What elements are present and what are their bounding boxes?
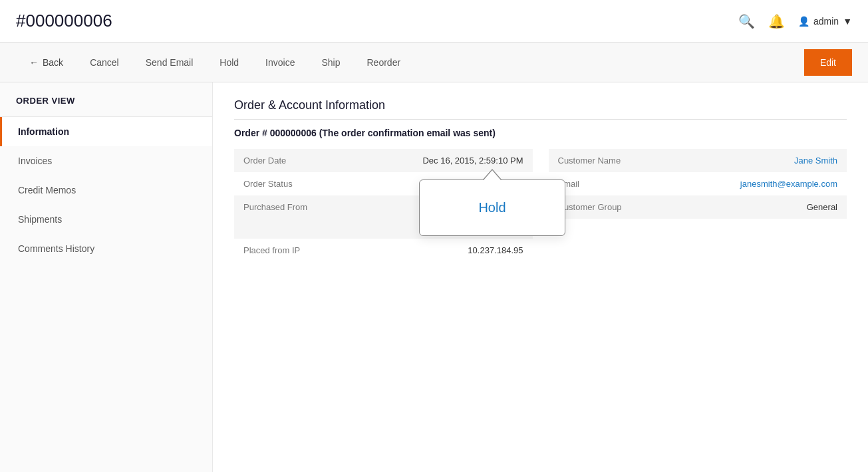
order-status-label: Order Status: [234, 172, 368, 195]
main-content: ORDER VIEW Information Invoices Credit M…: [0, 82, 868, 472]
tooltip-text: Hold: [478, 200, 506, 215]
sidebar-item-invoices[interactable]: Invoices: [0, 146, 212, 176]
sidebar: ORDER VIEW Information Invoices Credit M…: [0, 82, 213, 472]
email-label: Email: [549, 172, 683, 195]
sidebar-item-information[interactable]: Information: [0, 117, 212, 146]
customer-group-label: Customer Group: [549, 195, 683, 219]
ship-button[interactable]: Ship: [308, 43, 353, 82]
notification-icon[interactable]: 🔔: [768, 13, 785, 29]
hold-tooltip: Hold: [419, 169, 565, 236]
customer-name-label: Customer Name: [549, 149, 683, 172]
table-row: Placed from IP 10.237.184.95: [234, 239, 533, 262]
sidebar-title: ORDER VIEW: [0, 82, 212, 117]
back-button[interactable]: ← Back: [16, 43, 76, 82]
order-date-label: Order Date: [234, 149, 368, 172]
send-email-button[interactable]: Send Email: [132, 43, 207, 82]
invoice-button[interactable]: Invoice: [252, 43, 308, 82]
customer-group-value: General: [682, 195, 847, 219]
user-icon: 👤: [798, 16, 809, 27]
account-info-table: Customer Name Jane Smith Email janesmith…: [549, 149, 847, 219]
sidebar-item-credit-memos[interactable]: Credit Memos: [0, 176, 212, 205]
hold-button[interactable]: Hold: [206, 43, 252, 82]
chevron-down-icon: ▼: [843, 16, 852, 27]
toolbar: ← Back Cancel Send Email Hold Invoice Sh…: [0, 43, 868, 82]
tooltip-box: Hold: [419, 179, 565, 236]
order-subtitle: Order # 000000006 (The order confirmatio…: [234, 128, 847, 138]
back-arrow-icon: ←: [29, 57, 39, 68]
reorder-button[interactable]: Reorder: [354, 43, 414, 82]
account-info-col: Customer Name Jane Smith Email janesmith…: [549, 149, 847, 262]
admin-user-menu[interactable]: 👤 admin ▼: [798, 16, 852, 27]
edit-button[interactable]: Edit: [804, 49, 852, 76]
purchased-from-label: Purchased From: [234, 195, 368, 239]
placed-from-ip-value: 10.237.184.95: [368, 239, 533, 262]
sidebar-nav: Information Invoices Credit Memos Shipme…: [0, 117, 212, 263]
customer-name-link[interactable]: Jane Smith: [794, 156, 837, 166]
table-row: Customer Group General: [549, 195, 847, 219]
table-row: Email janesmith@example.com: [549, 172, 847, 195]
email-link[interactable]: janesmith@example.com: [740, 179, 837, 189]
placed-from-ip-label: Placed from IP: [234, 239, 368, 262]
email-value: janesmith@example.com: [682, 172, 847, 195]
header-actions: 🔍 🔔 👤 admin ▼: [738, 13, 852, 29]
content-area: Order & Account Information Order # 0000…: [213, 82, 868, 472]
cancel-button[interactable]: Cancel: [76, 43, 132, 82]
page-title: #000000006: [16, 11, 112, 31]
search-icon[interactable]: 🔍: [738, 13, 755, 29]
sidebar-item-comments-history[interactable]: Comments History: [0, 234, 212, 263]
section-heading: Order & Account Information: [234, 98, 847, 120]
table-row: Customer Name Jane Smith: [549, 149, 847, 172]
customer-name-value: Jane Smith: [682, 149, 847, 172]
sidebar-item-shipments[interactable]: Shipments: [0, 205, 212, 234]
admin-label: admin: [813, 16, 839, 27]
